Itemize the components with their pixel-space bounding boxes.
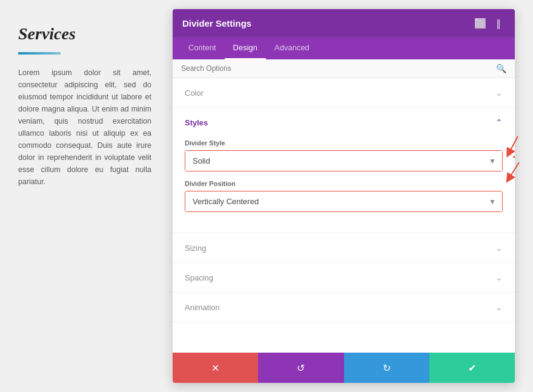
spacing-section-arrow: ⌄ [495,273,503,282]
tab-design[interactable]: Design [225,37,266,59]
panel-footer: ✕ ↺ ↻ ✔ [173,353,515,383]
spacing-section: Spacing ⌄ [173,263,515,293]
panel-header-icons: ⬜ ‖ [474,16,505,30]
divider-style-select[interactable]: Solid Dashed Dotted Double [185,151,502,171]
color-section-header[interactable]: Color ⌄ [173,78,515,107]
panel-title: Divider Settings [182,18,251,28]
page-title: Services [18,24,151,44]
divider-style-label: Divider Style [185,139,503,147]
color-section-label: Color [185,88,204,98]
redo-button[interactable]: ↻ [344,353,429,383]
spacing-section-label: Spacing [185,273,213,282]
search-bar: 🔍 [173,59,515,78]
styles-section: Styles ⌃ Divider Style Sol [173,108,515,233]
reset-button[interactable]: ↺ [258,353,343,383]
panel-tabs: Content Design Advanced [173,37,515,59]
search-input[interactable] [181,64,496,73]
panel-content: Color ⌄ Styles ⌃ [173,78,515,353]
search-icon: 🔍 [496,64,506,73]
divider-style-wrapper: Solid Dashed Dotted Double ▼ [185,150,503,171]
cancel-button[interactable]: ✕ [173,353,258,383]
tab-content[interactable]: Content [180,37,225,59]
sizing-section-header[interactable]: Sizing ⌄ [173,233,515,262]
animation-section: Animation ⌄ [173,293,515,322]
page-background: Services Lorem ipsum dolor sit amet, con… [0,0,170,392]
animation-section-arrow: ⌄ [495,302,503,312]
animation-section-label: Animation [185,303,220,312]
annotation-arrow-1 [514,148,515,166]
sizing-section-arrow: ⌄ [495,243,503,253]
styles-section-label: Styles [185,118,208,127]
fullscreen-icon[interactable]: ⬜ [474,16,487,30]
page-divider [18,52,61,55]
spacing-section-header[interactable]: Spacing ⌄ [173,263,515,292]
column-icon[interactable]: ‖ [492,16,505,30]
divider-settings-panel: Divider Settings ⬜ ‖ Content Design Adva… [173,9,515,383]
sizing-section-label: Sizing [185,244,206,253]
save-button[interactable]: ✔ [429,353,515,383]
styles-section-arrow: ⌃ [495,118,503,127]
styles-section-body: Divider Style Solid Dashed Dotted Double… [173,137,515,233]
divider-position-select[interactable]: Vertically Centered Top Bottom [185,191,502,211]
color-section: Color ⌄ [173,78,515,108]
animation-section-header[interactable]: Animation ⌄ [173,293,515,322]
divider-position-label: Divider Position [185,180,503,187]
sizing-section: Sizing ⌄ [173,233,515,263]
tab-advanced[interactable]: Advanced [266,37,318,59]
divider-position-wrapper: Vertically Centered Top Bottom ▼ [185,191,503,212]
color-section-arrow: ⌄ [495,88,503,98]
panel-header: Divider Settings ⬜ ‖ [173,9,515,37]
page-body-text: Lorem ipsum dolor sit amet, consectetur … [18,67,151,188]
styles-section-header[interactable]: Styles ⌃ [173,108,515,137]
